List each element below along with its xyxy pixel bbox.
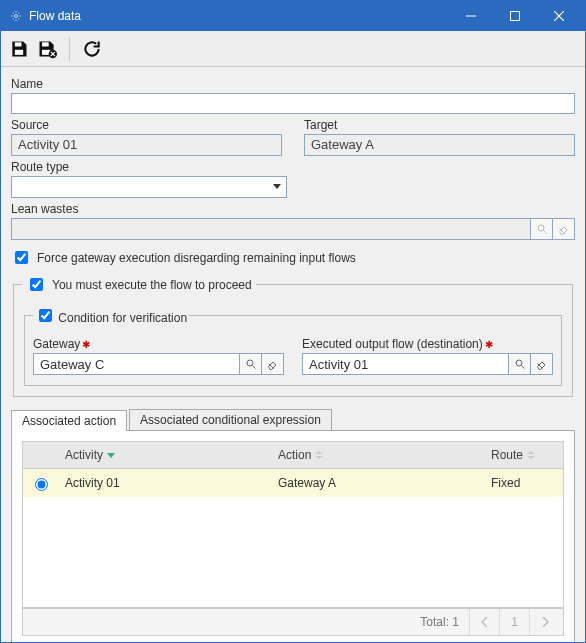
sort-none-icon — [315, 451, 323, 459]
svg-point-15 — [247, 360, 253, 366]
column-select — [23, 442, 57, 468]
pager-total: Total: 1 — [420, 615, 459, 629]
svg-point-0 — [15, 15, 18, 18]
svg-point-12 — [538, 225, 544, 231]
column-route[interactable]: Route — [483, 442, 563, 468]
column-activity[interactable]: Activity — [57, 442, 270, 468]
cell-route: Fixed — [483, 469, 563, 497]
must-execute-label: You must execute the flow to proceed — [52, 278, 252, 292]
close-button[interactable] — [537, 1, 581, 31]
condition-group: Condition for verification Gateway✱ — [24, 306, 562, 386]
sort-none-icon — [527, 451, 535, 459]
table-row[interactable]: Activity 01 Gateway A Fixed — [23, 469, 563, 497]
table-header: Activity Action Route — [23, 442, 563, 469]
target-field: Gateway A — [304, 134, 575, 156]
column-action[interactable]: Action — [270, 442, 483, 468]
cell-action: Gateway A — [270, 469, 483, 497]
route-type-label: Route type — [11, 160, 575, 174]
required-icon: ✱ — [485, 339, 493, 350]
svg-marker-25 — [527, 456, 535, 459]
must-execute-group: You must execute the flow to proceed Con… — [13, 275, 573, 397]
maximize-button[interactable] — [493, 1, 537, 31]
gateway-clear-button[interactable] — [262, 353, 284, 375]
refresh-button[interactable] — [80, 37, 104, 61]
eraser-icon — [558, 223, 570, 235]
exec-output-search-button[interactable] — [509, 353, 531, 375]
force-gateway-checkbox[interactable] — [15, 251, 28, 264]
exec-output-clear-button[interactable] — [531, 353, 553, 375]
search-icon — [514, 358, 526, 370]
toolbar — [1, 31, 585, 67]
chevron-right-icon — [541, 617, 549, 627]
tabs: Associated action Associated conditional… — [11, 409, 575, 642]
table-pager: Total: 1 1 — [22, 608, 564, 636]
titlebar: Flow data — [1, 1, 585, 31]
table-empty-area — [23, 497, 563, 607]
svg-line-19 — [521, 366, 524, 369]
exec-output-input[interactable] — [302, 353, 509, 375]
associated-action-table: Activity Action Route — [22, 441, 564, 608]
gateway-input[interactable] — [33, 353, 240, 375]
chevron-left-icon — [481, 617, 489, 627]
svg-line-16 — [252, 366, 255, 369]
svg-marker-22 — [315, 451, 323, 454]
svg-marker-21 — [107, 453, 115, 458]
svg-line-13 — [543, 231, 546, 234]
name-label: Name — [11, 77, 575, 91]
cell-activity: Activity 01 — [57, 469, 270, 497]
route-type-select[interactable] — [11, 176, 287, 198]
pager-next-button[interactable] — [529, 609, 559, 635]
eraser-icon — [267, 358, 279, 370]
svg-marker-24 — [527, 451, 535, 454]
must-execute-checkbox[interactable] — [30, 278, 43, 291]
lean-wastes-label: Lean wastes — [11, 202, 575, 216]
force-gateway-label: Force gateway execution disregarding rem… — [37, 251, 356, 265]
lean-wastes-search-button[interactable] — [531, 218, 553, 240]
lean-wastes-clear-button[interactable] — [553, 218, 575, 240]
svg-rect-6 — [15, 49, 23, 54]
svg-rect-5 — [15, 42, 22, 46]
pager-prev-button[interactable] — [469, 609, 499, 635]
tab-associated-action[interactable]: Associated action — [11, 410, 127, 431]
gateway-search-button[interactable] — [240, 353, 262, 375]
pager-page-current[interactable]: 1 — [499, 609, 529, 635]
toolbar-separator — [69, 37, 70, 61]
form-content: Name Source Activity 01 Target Gateway A… — [1, 67, 585, 642]
minimize-button[interactable] — [449, 1, 493, 31]
tab-associated-cond-expr[interactable]: Associated conditional expression — [129, 409, 332, 430]
svg-marker-23 — [315, 456, 323, 459]
tab-body-associated-action: Activity Action Route — [11, 430, 575, 642]
window-title: Flow data — [29, 9, 449, 23]
gateway-label: Gateway✱ — [33, 337, 284, 351]
svg-point-18 — [516, 360, 522, 366]
flow-data-window: Flow data Name — [0, 0, 586, 643]
search-icon — [245, 358, 257, 370]
save-exit-button[interactable] — [35, 37, 59, 61]
source-label: Source — [11, 118, 282, 132]
window-icon — [9, 9, 23, 23]
condition-checkbox[interactable] — [39, 309, 52, 322]
target-label: Target — [304, 118, 575, 132]
search-icon — [536, 223, 548, 235]
condition-label: Condition for verification — [58, 311, 187, 325]
lean-wastes-field — [11, 218, 531, 240]
window-controls — [449, 1, 581, 31]
row-select-radio[interactable] — [35, 478, 48, 491]
source-field: Activity 01 — [11, 134, 282, 156]
sort-desc-icon — [107, 451, 115, 459]
save-button[interactable] — [7, 37, 31, 61]
exec-output-label: Executed output flow (destination)✱ — [302, 337, 553, 351]
required-icon: ✱ — [82, 339, 90, 350]
svg-rect-7 — [42, 42, 49, 46]
eraser-icon — [536, 358, 548, 370]
svg-rect-2 — [511, 12, 520, 21]
name-input[interactable] — [11, 93, 575, 114]
